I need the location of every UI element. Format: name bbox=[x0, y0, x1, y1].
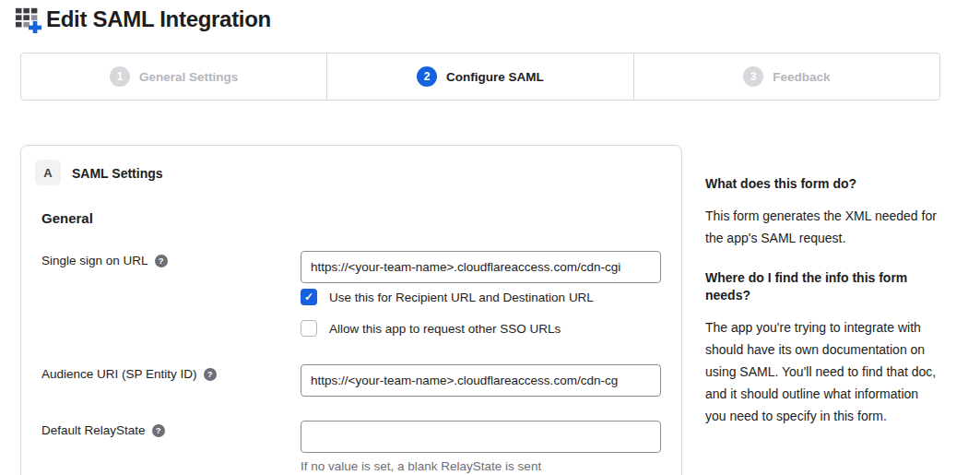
audience-uri-label: Audience URI (SP Entity ID) ? bbox=[41, 367, 217, 381]
step-label: Configure SAML bbox=[446, 70, 544, 84]
app-grid-plus-icon bbox=[15, 6, 42, 33]
other-sso-urls-checkbox-row[interactable]: Allow this app to request other SSO URLs bbox=[301, 320, 561, 337]
help-icon[interactable]: ? bbox=[155, 255, 168, 267]
help-body-where: The app you're trying to integrate with … bbox=[705, 316, 938, 427]
step-number-badge: 3 bbox=[743, 66, 763, 87]
single-sign-on-url-label: Single sign on URL ? bbox=[41, 254, 168, 267]
step-feedback[interactable]: 3 Feedback bbox=[633, 53, 939, 100]
page-header: Edit SAML Integration bbox=[15, 6, 271, 33]
wizard-stepper: 1 General Settings 2 Configure SAML 3 Fe… bbox=[20, 53, 940, 101]
section-title: SAML Settings bbox=[72, 166, 163, 181]
default-relaystate-label: Default RelayState ? bbox=[41, 423, 165, 437]
help-heading-where: Where do I find the info this form needs… bbox=[705, 269, 938, 304]
general-group-title: General bbox=[41, 210, 93, 226]
step-general-settings[interactable]: 1 General Settings bbox=[21, 53, 326, 100]
step-configure-saml[interactable]: 2 Configure SAML bbox=[326, 53, 632, 100]
checkbox-unchecked-icon[interactable] bbox=[301, 320, 317, 337]
page-title: Edit SAML Integration bbox=[46, 6, 271, 32]
recipient-url-checkbox-row[interactable]: ✓ Use this for Recipient URL and Destina… bbox=[301, 289, 594, 305]
single-sign-on-url-input[interactable] bbox=[301, 251, 661, 283]
help-icon[interactable]: ? bbox=[204, 368, 217, 381]
help-body-what: This form generates the XML needed for t… bbox=[705, 205, 938, 249]
help-sidebar: What does this form do? This form genera… bbox=[705, 175, 938, 447]
step-label: Feedback bbox=[773, 70, 830, 84]
step-label: General Settings bbox=[139, 70, 238, 84]
saml-settings-panel: A SAML Settings General Single sign on U… bbox=[20, 145, 682, 475]
section-a-badge: A bbox=[35, 160, 61, 185]
checkbox-checked-icon[interactable]: ✓ bbox=[301, 289, 317, 305]
checkbox-label: Use this for Recipient URL and Destinati… bbox=[329, 291, 594, 304]
help-heading-what: What does this form do? bbox=[705, 175, 938, 193]
checkbox-label: Allow this app to request other SSO URLs bbox=[329, 322, 561, 336]
step-number-badge: 2 bbox=[417, 66, 437, 87]
step-number-badge: 1 bbox=[110, 66, 130, 87]
audience-uri-input[interactable] bbox=[301, 364, 661, 397]
help-icon[interactable]: ? bbox=[152, 424, 165, 437]
relaystate-helper-text: If no value is set, a blank RelayState i… bbox=[301, 459, 541, 473]
default-relaystate-input[interactable] bbox=[301, 421, 661, 453]
